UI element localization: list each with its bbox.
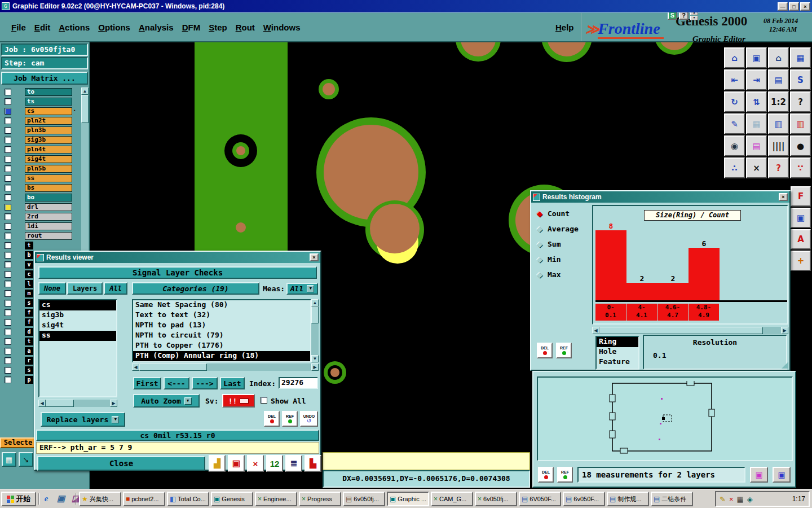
collapsed-layer-name[interactable]: c	[25, 270, 33, 278]
scroll-thumb[interactable]	[311, 306, 319, 323]
taskbar-button[interactable]: × 6v050fj...	[475, 492, 517, 506]
index-input[interactable]: 29276	[279, 377, 318, 389]
toolbar-button[interactable]: ▤	[746, 135, 767, 156]
toolbar-side-button[interactable]: +	[791, 251, 811, 271]
filter-button[interactable]: Layers	[67, 282, 103, 295]
layer-visibility-checkbox[interactable]	[5, 300, 11, 306]
scroll-thumb[interactable]	[599, 327, 763, 334]
spinner-down-icon[interactable]: ▼	[690, 16, 698, 20]
toolbar-button[interactable]: ||||	[768, 135, 789, 156]
viewer-layer-item[interactable]: cs	[39, 300, 116, 310]
taskbar-button[interactable]: ◧ Total Co...	[167, 492, 209, 506]
toolbar-button[interactable]: ⌂	[724, 47, 745, 68]
measurement-marker[interactable]	[659, 439, 660, 440]
job-matrix-button[interactable]: Job Matrix ...	[1, 72, 88, 85]
viewer-tool-button[interactable]: ▙	[304, 455, 321, 472]
results-viewer-close-icon[interactable]: ×	[310, 253, 319, 261]
auto-zoom-dropdown[interactable]: Auto Zoom ▼	[133, 394, 200, 408]
taskbar-button[interactable]: × CAM_G...	[431, 492, 473, 506]
meas-dropdown[interactable]: All ▼	[286, 283, 318, 295]
layer-name[interactable]: to	[25, 88, 72, 96]
scroll-thumb[interactable]	[46, 400, 74, 407]
mode-option[interactable]: Hole	[597, 347, 638, 357]
layer-visibility-checkbox[interactable]	[5, 204, 11, 211]
layer-visibility-checkbox[interactable]	[5, 319, 11, 326]
layer-visibility-checkbox[interactable]	[5, 252, 11, 259]
taskbar-button[interactable]: ★ 兴集快...	[79, 492, 121, 506]
categories-hscrollbar[interactable]: ◀ ▶	[132, 364, 319, 371]
menu-item[interactable]: File	[11, 23, 26, 32]
layer-visibility-checkbox[interactable]	[5, 233, 11, 239]
layer-name[interactable]: pln5b	[25, 165, 72, 173]
taskbar-button[interactable]: ▤ 6v050F...	[563, 492, 605, 506]
filter-button[interactable]: All	[104, 282, 127, 295]
scroll-up-icon[interactable]: ▲	[311, 299, 319, 306]
preview-ref-button[interactable]: REF	[557, 467, 573, 483]
erf-command-line[interactable]: ERF--> pth_ar = 5 7 9	[36, 442, 319, 454]
category-item[interactable]: Text to text (32)	[133, 310, 310, 321]
stat-option[interactable]: ◆ Max	[537, 267, 579, 282]
toolbar-button[interactable]: ▣	[746, 47, 767, 68]
clearance-donut[interactable]	[224, 134, 257, 167]
viewer-tool-button[interactable]: ▣	[228, 455, 245, 472]
toolbar-button[interactable]: ⌂	[768, 47, 789, 68]
scroll-down-icon[interactable]: ▼	[311, 355, 319, 362]
histogram-del-button[interactable]: DEL	[537, 343, 553, 358]
viewer-close-button[interactable]: Close	[37, 456, 205, 471]
stat-option[interactable]: ◆ Count	[537, 206, 579, 221]
collapsed-layer-name[interactable]: m	[25, 290, 33, 297]
layer-visibility-checkbox[interactable]	[5, 98, 11, 105]
toolbar-button[interactable]: ∴	[724, 157, 745, 178]
collapsed-layer-name[interactable]: f	[25, 318, 33, 326]
menu-item[interactable]: DFM	[182, 23, 201, 32]
shield-tray-icon[interactable]: ◈	[747, 495, 753, 503]
viewer-tool-button[interactable]: 12	[266, 455, 283, 472]
layer-visibility-checkbox[interactable]	[5, 290, 11, 297]
collapsed-layer-name[interactable]: s	[25, 366, 33, 374]
layer-visibility-checkbox[interactable]	[5, 367, 11, 374]
layer-visibility-checkbox[interactable]	[5, 376, 11, 383]
pad-top-2[interactable]	[541, 42, 592, 62]
layer-visibility-checkbox[interactable]	[5, 223, 11, 230]
toolbar-button[interactable]: ▥	[768, 113, 789, 134]
show-all-checkbox[interactable]	[261, 397, 267, 404]
layer-name[interactable]: bo	[25, 194, 72, 202]
stat-option[interactable]: ◆ Sum	[537, 237, 579, 252]
collapsed-layer-name[interactable]: s	[25, 299, 33, 307]
layer-visibility-checkbox[interactable]	[5, 213, 11, 220]
layer-name[interactable]: sig3b	[25, 136, 72, 144]
collapsed-layer-name[interactable]: l	[25, 280, 33, 288]
taskbar-button[interactable]: ■ pcbnet2...	[123, 492, 165, 506]
minimize-button[interactable]: —	[778, 2, 788, 11]
preview-tool-button[interactable]: ▣	[750, 467, 768, 483]
selected-button[interactable]: Selecte	[0, 437, 36, 448]
viewer-tool-button[interactable]: ×	[247, 455, 264, 472]
menu-help[interactable]: Help	[555, 23, 574, 32]
collapsed-layer-name[interactable]: p	[25, 376, 33, 384]
menu-item[interactable]: Actions	[59, 23, 90, 32]
toolbar-button[interactable]: ▤	[768, 69, 789, 90]
layer-visibility-checkbox[interactable]	[5, 242, 11, 249]
collapsed-layer-name[interactable]: t	[25, 242, 33, 249]
toolbar-button[interactable]: ?	[790, 91, 811, 112]
layer-visibility-checkbox[interactable]	[5, 348, 11, 354]
layer-name[interactable]: 1di	[25, 222, 72, 230]
pencil-tray-icon[interactable]: ✎	[720, 495, 726, 503]
via-dot[interactable]	[236, 222, 246, 233]
scroll-track[interactable]	[311, 323, 319, 355]
categories-header[interactable]: Categories (19)	[132, 282, 259, 295]
del-button[interactable]: DEL	[264, 411, 280, 427]
toolbar-button[interactable]: ⇥	[746, 69, 767, 90]
collapsed-layer-name[interactable]: t	[25, 338, 33, 345]
categories-vscrollbar[interactable]: ▲ ▼	[311, 299, 319, 362]
scroll-right-icon[interactable]: ▶	[311, 364, 319, 371]
preview-tool-button[interactable]: ▣	[773, 467, 791, 483]
toolbar-button[interactable]: ▥	[790, 113, 811, 134]
toolbar-button[interactable]: ◉	[724, 135, 745, 156]
viewer-layer-item[interactable]: sig3b	[39, 310, 116, 321]
mode-option[interactable]: Ring	[597, 337, 638, 347]
filter-button[interactable]: None	[38, 282, 66, 295]
window-titlebar[interactable]: G Graphic Editor 9.02c2 (00@HY-HYCAM-PC0…	[0, 0, 812, 12]
taskbar-button[interactable]: ▣ Genesis	[211, 492, 253, 506]
layer-visibility-checkbox[interactable]	[5, 89, 11, 95]
